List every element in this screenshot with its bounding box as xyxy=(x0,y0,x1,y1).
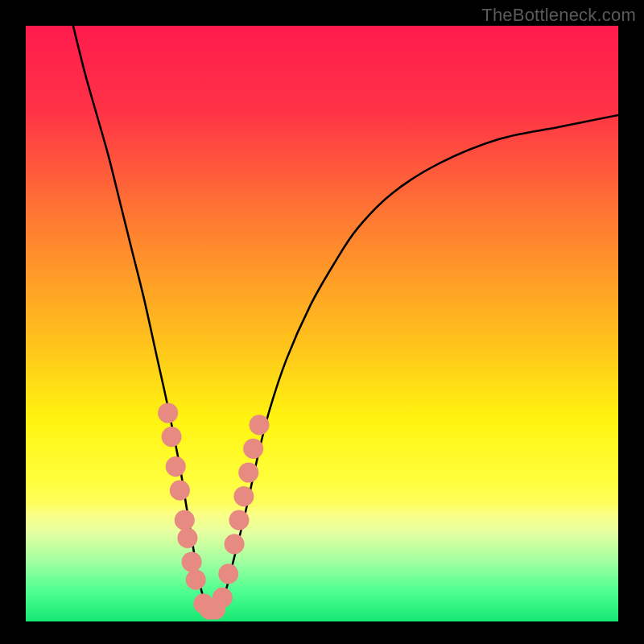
marker-dot xyxy=(218,564,238,584)
bottleneck-chart xyxy=(26,26,618,621)
marker-dot xyxy=(249,415,269,435)
marker-dot xyxy=(225,534,245,554)
marker-dot xyxy=(233,486,254,506)
gradient-background xyxy=(26,26,618,621)
marker-dot xyxy=(170,481,190,501)
marker-dot xyxy=(162,427,182,447)
marker-dot xyxy=(177,528,197,548)
chart-frame: TheBottleneck.com xyxy=(0,0,644,644)
plot-area xyxy=(26,26,618,621)
marker-dot xyxy=(166,456,186,477)
marker-dot xyxy=(158,402,178,423)
marker-dot xyxy=(238,462,258,482)
marker-dot xyxy=(243,439,263,459)
marker-dot xyxy=(182,551,202,572)
marker-dot xyxy=(186,570,206,590)
marker-dot xyxy=(229,510,249,530)
marker-dot xyxy=(175,510,195,530)
marker-dot xyxy=(213,588,233,608)
watermark-text: TheBottleneck.com xyxy=(481,5,636,26)
